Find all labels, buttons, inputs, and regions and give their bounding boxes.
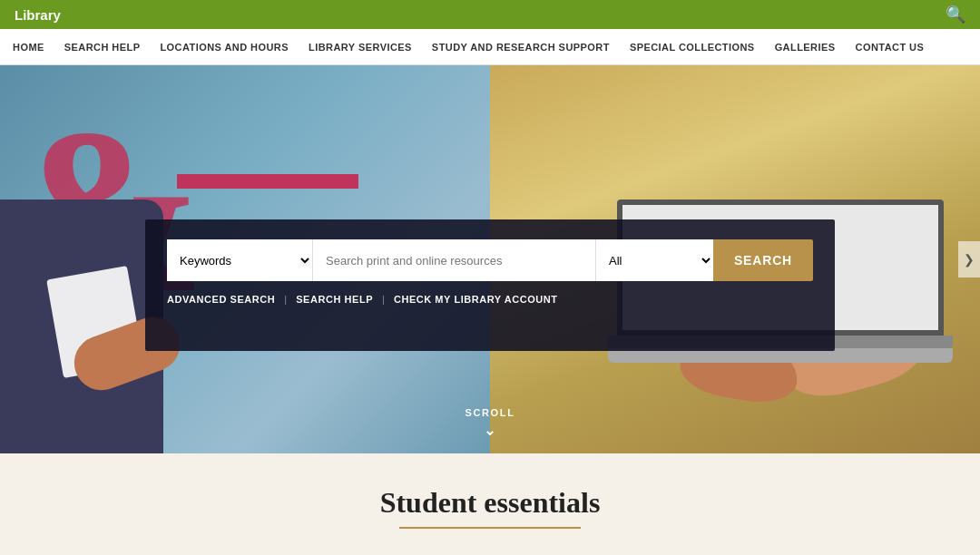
sep-1: |: [284, 294, 287, 305]
nav-home[interactable]: HOME: [13, 42, 44, 53]
scroll-label: SCROLL: [465, 407, 514, 418]
search-panel: Keywords Title Author All Books Journals…: [145, 219, 835, 319]
search-button[interactable]: SEARCH: [713, 239, 813, 281]
library-account-link[interactable]: CHECK MY LIBRARY ACCOUNT: [394, 294, 558, 305]
scroll-chevron-icon: ⌄: [465, 422, 514, 439]
nav-galleries[interactable]: GALLERIES: [775, 42, 836, 53]
search-scope-select[interactable]: All Books Journals: [595, 239, 713, 281]
search-links: ADVANCED SEARCH | SEARCH HELP | CHECK MY…: [167, 294, 813, 305]
nav-bar: HOME SEARCH HELP LOCATIONS AND HOURS LIB…: [0, 29, 980, 65]
nav-contact-us[interactable]: CONTACT US: [856, 42, 925, 53]
nav-special-collections[interactable]: SPECIAL COLLECTIONS: [630, 42, 755, 53]
top-search-icon[interactable]: 🔍: [946, 5, 965, 24]
advanced-search-link[interactable]: ADVANCED SEARCH: [167, 294, 275, 305]
nav-search-help[interactable]: SEARCH HELP: [64, 42, 141, 53]
search-input[interactable]: [312, 239, 595, 281]
search-row: Keywords Title Author All Books Journals…: [167, 239, 813, 281]
top-bar: Library 🔍: [0, 0, 980, 29]
nav-study-research[interactable]: STUDY AND RESEARCH SUPPORT: [432, 42, 610, 53]
nav-library-services[interactable]: LIBRARY SERVICES: [309, 42, 412, 53]
hero-section: & Keywords Title Author All Books: [0, 65, 980, 453]
site-title: Library: [15, 7, 61, 23]
nav-locations-hours[interactable]: LOCATIONS AND HOURS: [160, 42, 289, 53]
essentials-section: Student essentials Referencing › Book a …: [0, 453, 980, 555]
sep-2: |: [382, 294, 385, 305]
scroll-indicator: SCROLL ⌄: [465, 407, 514, 439]
essentials-underline: [399, 527, 581, 529]
search-help-link[interactable]: SEARCH HELP: [296, 294, 373, 305]
essentials-title: Student essentials: [91, 486, 889, 520]
hero-next-arrow[interactable]: ❯: [958, 241, 980, 278]
search-type-select[interactable]: Keywords Title Author: [167, 239, 312, 281]
